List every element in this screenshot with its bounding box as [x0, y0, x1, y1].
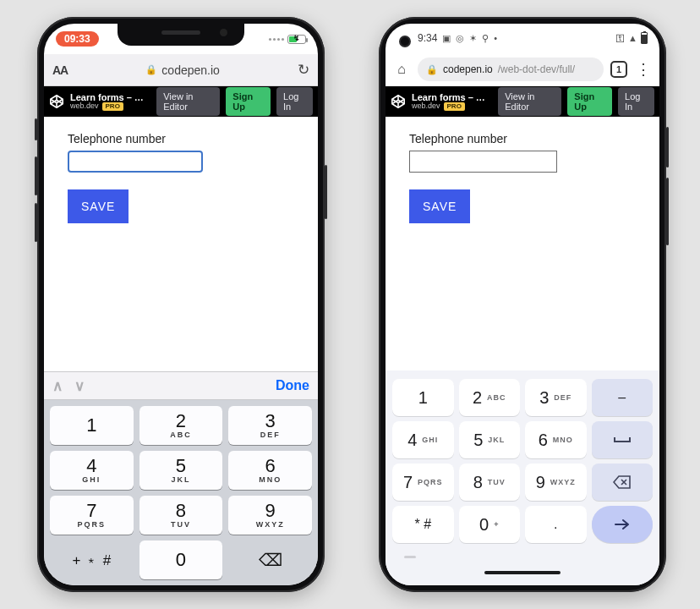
- battery-icon: ↯: [287, 35, 306, 44]
- wifi-icon: ▲: [628, 33, 637, 43]
- codepen-logo-icon: [49, 94, 64, 109]
- chrome-home-icon[interactable]: ⌂: [392, 62, 411, 77]
- codepen-header: Learn forms – virt… web.dev PRO View in …: [386, 86, 659, 117]
- android-status-bar: 9:34 ▣ ◎ ✶ ⚲ • ⚿ ▲: [386, 24, 659, 52]
- ios-notch: [118, 24, 244, 46]
- view-in-editor-button[interactable]: View in Editor: [156, 87, 220, 116]
- telephone-label: Telephone number: [68, 132, 294, 145]
- pen-author: web.dev: [70, 102, 99, 111]
- kb-key-2[interactable]: 2ABC: [459, 379, 521, 416]
- telephone-input[interactable]: [68, 151, 203, 173]
- pixel-frame: 9:34 ▣ ◎ ✶ ⚲ • ⚿ ▲ ⌂ 🔒 codepen.i: [379, 17, 666, 592]
- pen-author: web.dev: [412, 102, 440, 111]
- text-size-button[interactable]: AA: [52, 63, 68, 77]
- chrome-menu-icon[interactable]: ⋮: [634, 60, 653, 79]
- android-camera-punch: [399, 36, 411, 47]
- telephone-input[interactable]: [409, 151, 557, 173]
- url-path: /web-dot-dev/full/: [498, 63, 575, 75]
- save-button[interactable]: SAVE: [409, 189, 470, 223]
- codepen-logo-icon: [391, 94, 406, 109]
- codepen-header: Learn forms – virt… web.dev PRO View in …: [44, 86, 318, 117]
- kb-key-5[interactable]: 5JKL: [459, 421, 521, 458]
- iphone-frame: 09:33 ↯ AA 🔒 codepen.io ↻ Learn fo: [37, 17, 325, 592]
- kb-space-key[interactable]: [592, 421, 654, 458]
- kb-key-4[interactable]: 4GHI: [50, 451, 134, 490]
- login-button[interactable]: Log In: [276, 87, 313, 116]
- pen-title: Learn forms – virt…: [412, 92, 486, 102]
- kb-go-key[interactable]: [592, 506, 654, 543]
- kb-next-icon[interactable]: ∨: [74, 377, 85, 395]
- signup-button[interactable]: Sign Up: [226, 87, 271, 116]
- chrome-tabs-button[interactable]: 1: [610, 61, 627, 78]
- kb-key-.[interactable]: .: [525, 506, 587, 543]
- kb-key-3[interactable]: 3DEF: [228, 406, 312, 445]
- login-button[interactable]: Log In: [618, 87, 654, 116]
- kb-key-0[interactable]: 0+: [459, 506, 521, 543]
- chrome-omnibox[interactable]: 🔒 codepen.io/web-dot-dev/full/: [418, 58, 604, 81]
- kb-key-4[interactable]: 4GHI: [392, 421, 454, 458]
- save-button[interactable]: SAVE: [68, 189, 129, 223]
- reload-icon[interactable]: ↻: [298, 61, 309, 79]
- kb-key-6[interactable]: 6MNO: [228, 451, 312, 490]
- android-clock: 9:34: [418, 32, 437, 44]
- kb-key-–[interactable]: –: [592, 379, 654, 416]
- safari-url[interactable]: 🔒 codepen.io: [145, 63, 220, 77]
- form-area: Telephone number SAVE: [386, 117, 659, 259]
- ios-clock: 09:33: [56, 31, 99, 47]
- kb-prev-icon[interactable]: ∧: [52, 377, 63, 395]
- status-app-icon: ✶: [469, 33, 477, 44]
- android-gesture-bar: [386, 565, 659, 580]
- kb-key-* #[interactable]: * #: [392, 506, 454, 543]
- kb-key-7[interactable]: 7PQRS: [50, 496, 134, 535]
- pro-badge: PRO: [102, 102, 123, 112]
- vpn-key-icon: ⚿: [615, 33, 625, 43]
- status-dot-icon: •: [494, 33, 497, 43]
- cellular-signal-icon: [269, 38, 284, 41]
- kb-key-1[interactable]: 1: [50, 406, 134, 445]
- form-area: Telephone number SAVE: [44, 117, 318, 371]
- chrome-toolbar: ⌂ 🔒 codepen.io/web-dot-dev/full/ 1 ⋮: [386, 52, 659, 86]
- kb-key-5[interactable]: 5JKL: [139, 451, 223, 490]
- kb-key-7[interactable]: 7PQRS: [392, 464, 454, 501]
- telephone-label: Telephone number: [409, 132, 636, 145]
- kb-key-1[interactable]: 1: [392, 379, 454, 416]
- kb-del-key[interactable]: [592, 464, 654, 501]
- view-in-editor-button[interactable]: View in Editor: [498, 87, 561, 116]
- kb-key-8[interactable]: 8TUV: [459, 464, 521, 501]
- status-overlay-icon: ▣: [442, 33, 451, 44]
- kb-key-6[interactable]: 6MNO: [525, 421, 587, 458]
- lock-icon: 🔒: [145, 64, 157, 75]
- battery-icon: [641, 32, 648, 44]
- kb-delete-key[interactable]: ⌫: [228, 540, 312, 579]
- safari-address-bar[interactable]: AA 🔒 codepen.io ↻: [44, 54, 318, 86]
- pen-title: Learn forms – virt…: [70, 92, 145, 102]
- pro-badge: PRO: [444, 102, 465, 112]
- ios-keyboard: ∧ ∨ Done 12ABC3DEF4GHI5JKL6MNO7PQRS8TUV9…: [44, 371, 318, 585]
- url-host: codepen.io: [443, 63, 493, 75]
- kb-key-8[interactable]: 8TUV: [139, 496, 223, 535]
- kb-key-2[interactable]: 2ABC: [139, 406, 223, 445]
- kb-key-9[interactable]: 9WXYZ: [228, 496, 312, 535]
- lock-icon: 🔒: [426, 64, 438, 75]
- status-sync-icon: ◎: [456, 33, 464, 44]
- kb-key-9[interactable]: 9WXYZ: [525, 464, 587, 501]
- status-location-icon: ⚲: [482, 33, 489, 44]
- android-keyboard: 12ABC3DEF–4GHI5JKL6MNO7PQRS8TUV9WXYZ* #0…: [386, 370, 659, 585]
- kb-key-0[interactable]: 0: [139, 540, 223, 579]
- kb-done-button[interactable]: Done: [276, 378, 309, 393]
- signup-button[interactable]: Sign Up: [567, 87, 612, 116]
- kb-key-3[interactable]: 3DEF: [525, 379, 587, 416]
- kb-symbols-key[interactable]: + ﹡ #: [50, 540, 134, 579]
- kb-bottom-row[interactable]: [386, 546, 659, 565]
